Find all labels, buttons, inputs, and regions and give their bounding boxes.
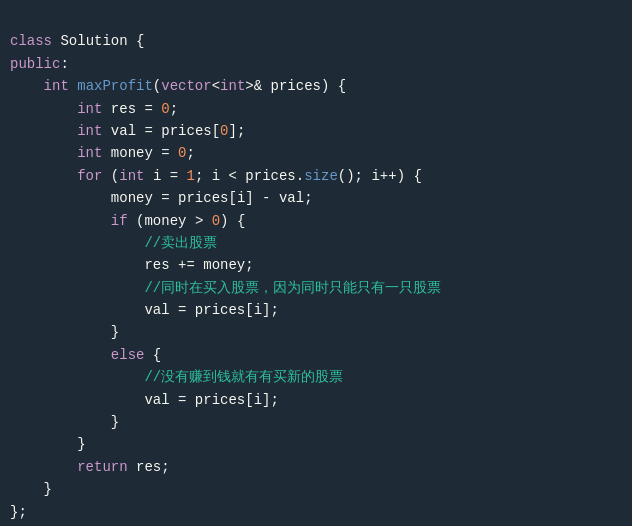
line-12: //同时在买入股票，因为同时只能只有一只股票 bbox=[10, 280, 441, 296]
line-11: res += money; bbox=[10, 257, 254, 273]
line-4: int res = 0; bbox=[10, 101, 178, 117]
line-15: else { bbox=[10, 347, 161, 363]
line-13: val = prices[i]; bbox=[10, 302, 279, 318]
line-5: int val = prices[0]; bbox=[10, 123, 245, 139]
line-18: } bbox=[10, 414, 119, 430]
line-14: } bbox=[10, 324, 119, 340]
line-3: int maxProfit(vector<int>& prices) { bbox=[10, 78, 346, 94]
line-17: val = prices[i]; bbox=[10, 392, 279, 408]
code-container: class Solution { public: int maxProfit(v… bbox=[10, 8, 622, 523]
line-20: return res; bbox=[10, 459, 170, 475]
line-2: public: bbox=[10, 56, 69, 72]
line-21: } bbox=[10, 481, 52, 497]
line-6: int money = 0; bbox=[10, 145, 195, 161]
line-16: //没有赚到钱就有有买新的股票 bbox=[10, 369, 343, 385]
line-19: } bbox=[10, 436, 86, 452]
line-1: class Solution { bbox=[10, 33, 144, 49]
line-8: money = prices[i] - val; bbox=[10, 190, 313, 206]
line-10: //卖出股票 bbox=[10, 235, 217, 251]
line-7: for (int i = 1; i < prices.size(); i++) … bbox=[10, 168, 422, 184]
line-22: }; bbox=[10, 504, 27, 520]
line-9: if (money > 0) { bbox=[10, 213, 245, 229]
